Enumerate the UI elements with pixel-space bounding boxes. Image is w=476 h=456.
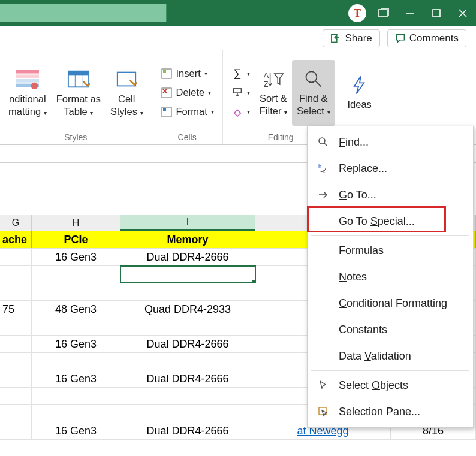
menu-formulas[interactable]: Formulas <box>308 237 473 264</box>
menu-notes-label: Notes <box>339 271 367 283</box>
cell[interactable]: 48 Gen3 <box>32 301 120 318</box>
cell[interactable] <box>120 266 255 283</box>
menu-conditional-formatting[interactable]: Conditional Formatting <box>308 290 473 316</box>
menu-notes[interactable]: Notes <box>308 264 473 290</box>
cell[interactable] <box>120 353 255 370</box>
cell[interactable] <box>120 283 255 300</box>
cell[interactable] <box>32 388 120 404</box>
cell[interactable]: 16 Gen3 <box>32 336 120 352</box>
cell[interactable] <box>0 405 32 422</box>
insert-button[interactable]: Insert ▾ <box>159 67 215 81</box>
window-close-icon[interactable] <box>450 0 476 26</box>
blank-icon <box>316 214 330 228</box>
menu-sp-label: Selection Pane... <box>339 406 420 418</box>
svg-rect-5 <box>433 10 440 17</box>
cell[interactable] <box>32 405 120 422</box>
search-icon <box>316 135 330 149</box>
cell[interactable]: 16 Gen3 <box>32 370 120 387</box>
menu-select-objects[interactable]: Select Objects <box>308 372 473 398</box>
format-button[interactable]: Format ▾ <box>159 105 215 119</box>
menu-dv-label: Data Validation <box>339 350 411 363</box>
svg-text:A: A <box>264 71 269 80</box>
menu-replace[interactable]: bc Replace... <box>308 155 473 182</box>
conditional-formatting-button[interactable]: nditionalmatting ▾ <box>4 60 52 126</box>
ideas-label: Ideas <box>348 99 372 110</box>
col-head-g[interactable]: G <box>0 215 32 231</box>
menu-goto-label: Go To... <box>339 189 376 201</box>
sf-l2: Filter <box>260 105 282 116</box>
cell[interactable] <box>0 388 32 404</box>
cell[interactable]: Dual DDR4-2666 <box>120 336 255 352</box>
cell[interactable]: 16 Gen3 <box>32 249 120 265</box>
share-icon <box>330 33 341 44</box>
format-table-icon <box>67 68 90 90</box>
cell[interactable] <box>0 353 32 370</box>
cell[interactable]: Dual DDR4-2666 <box>120 370 255 387</box>
col-head-i[interactable]: I <box>120 215 255 231</box>
menu-goto[interactable]: Go To... <box>308 182 473 208</box>
hdr-cache[interactable]: ache <box>0 231 32 248</box>
delete-icon <box>161 87 173 99</box>
col-head-h[interactable]: H <box>32 215 120 231</box>
cell[interactable] <box>0 249 32 265</box>
svg-rect-0 <box>379 10 387 17</box>
menu-constants-label: Constants <box>339 324 387 336</box>
menu-constants[interactable]: Constants <box>308 316 473 343</box>
svg-rect-25 <box>163 108 166 111</box>
cell[interactable] <box>32 266 120 283</box>
comments-button[interactable]: Comments <box>387 29 466 47</box>
window-restore-icon[interactable] <box>423 0 450 26</box>
cell[interactable]: 16 Gen3 <box>32 422 120 439</box>
cell[interactable] <box>32 318 120 335</box>
cell[interactable] <box>0 422 32 439</box>
cell[interactable]: Dual DDR4-2666 <box>120 249 255 265</box>
menu-selection-pane[interactable]: Selection Pane... <box>308 398 473 425</box>
cell[interactable] <box>0 283 32 300</box>
sort-filter-button[interactable]: AZ Sort &Filter ▾ <box>255 60 292 126</box>
cell[interactable]: Dual DDR4-2666 <box>120 422 255 439</box>
delete-button[interactable]: Delete ▾ <box>159 86 215 100</box>
menu-data-validation[interactable]: Data Validation <box>308 343 473 369</box>
hdr-memory[interactable]: Memory <box>120 231 255 248</box>
cell[interactable] <box>0 336 32 352</box>
user-badge[interactable]: T <box>344 0 370 26</box>
cells-group-label: Cells <box>152 132 222 144</box>
cell[interactable] <box>120 318 255 335</box>
cell[interactable] <box>32 283 120 300</box>
autosum-button[interactable]: ∑▾ <box>230 67 251 81</box>
format-label: Format <box>176 106 207 117</box>
find-select-button[interactable]: Find &Select ▾ <box>292 60 335 126</box>
svg-point-31 <box>319 138 325 144</box>
user-avatar-letter: T <box>348 4 366 22</box>
cell[interactable]: Quad DDR4-2933 <box>120 301 255 318</box>
cell-styles-button[interactable]: CellStyles ▾ <box>106 60 148 126</box>
ideas-button[interactable]: Ideas <box>343 60 376 126</box>
svg-line-32 <box>324 143 327 146</box>
cell[interactable] <box>120 388 255 404</box>
eraser-icon <box>231 106 243 118</box>
menu-separator <box>311 235 469 236</box>
fill-button[interactable]: ▾ <box>230 86 251 100</box>
menu-goto-special[interactable]: Go To Special... <box>308 208 473 234</box>
cell[interactable] <box>0 370 32 387</box>
window-minimize-icon[interactable] <box>397 0 423 26</box>
tell-me-search[interactable] <box>0 4 167 22</box>
cell[interactable] <box>32 353 120 370</box>
clear-button[interactable]: ▾ <box>230 105 251 119</box>
hdr-pcie[interactable]: PCIe <box>32 231 120 248</box>
cell[interactable]: 75 <box>0 301 32 318</box>
format-as-table-button[interactable]: Format asTable ▾ <box>52 60 106 126</box>
cell[interactable] <box>0 318 32 335</box>
insert-icon <box>161 68 173 80</box>
cell[interactable] <box>0 266 32 283</box>
cell-styles-icon <box>115 68 138 90</box>
cell[interactable] <box>120 405 255 422</box>
selection-pane-icon <box>316 404 330 419</box>
menu-separator <box>311 370 469 371</box>
sort-filter-icon: AZ <box>263 68 284 90</box>
display-options-icon[interactable] <box>370 0 397 26</box>
menu-find[interactable]: Find... <box>308 129 473 155</box>
svg-rect-15 <box>68 71 89 76</box>
menu-cf-label: Conditional Formatting <box>339 297 447 310</box>
share-button[interactable]: Share <box>323 29 379 47</box>
